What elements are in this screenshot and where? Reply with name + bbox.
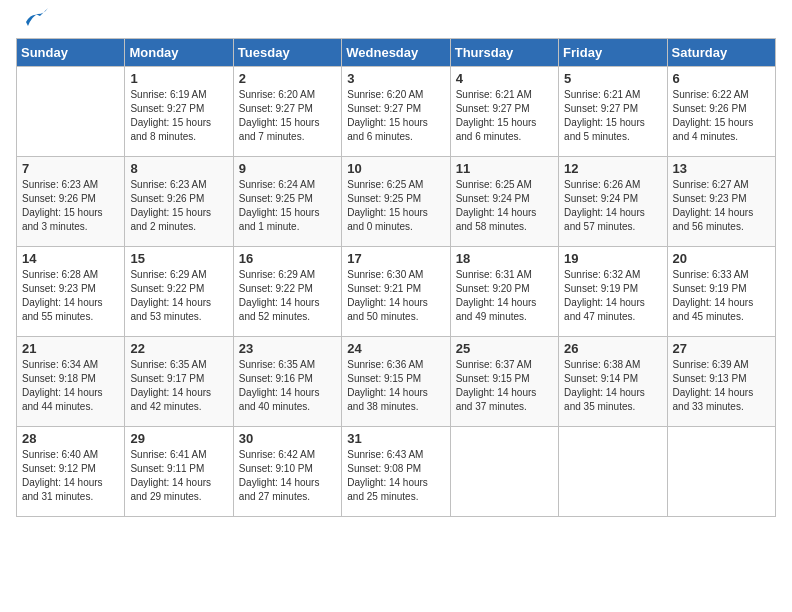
day-number: 21 xyxy=(22,341,119,356)
calendar-cell: 26 Sunrise: 6:38 AMSunset: 9:14 PMDaylig… xyxy=(559,337,667,427)
day-number: 29 xyxy=(130,431,227,446)
calendar-cell xyxy=(450,427,558,517)
calendar-cell xyxy=(559,427,667,517)
day-info: Sunrise: 6:20 AMSunset: 9:27 PMDaylight:… xyxy=(239,89,320,142)
day-number: 18 xyxy=(456,251,553,266)
day-info: Sunrise: 6:37 AMSunset: 9:15 PMDaylight:… xyxy=(456,359,537,412)
calendar-cell: 18 Sunrise: 6:31 AMSunset: 9:20 PMDaylig… xyxy=(450,247,558,337)
day-info: Sunrise: 6:20 AMSunset: 9:27 PMDaylight:… xyxy=(347,89,428,142)
day-number: 7 xyxy=(22,161,119,176)
calendar-week-row: 14 Sunrise: 6:28 AMSunset: 9:23 PMDaylig… xyxy=(17,247,776,337)
calendar-cell xyxy=(17,67,125,157)
day-info: Sunrise: 6:42 AMSunset: 9:10 PMDaylight:… xyxy=(239,449,320,502)
weekday-header-friday: Friday xyxy=(559,39,667,67)
calendar-cell: 20 Sunrise: 6:33 AMSunset: 9:19 PMDaylig… xyxy=(667,247,775,337)
calendar-cell: 6 Sunrise: 6:22 AMSunset: 9:26 PMDayligh… xyxy=(667,67,775,157)
day-number: 12 xyxy=(564,161,661,176)
weekday-header-sunday: Sunday xyxy=(17,39,125,67)
calendar-cell: 29 Sunrise: 6:41 AMSunset: 9:11 PMDaylig… xyxy=(125,427,233,517)
calendar-cell: 13 Sunrise: 6:27 AMSunset: 9:23 PMDaylig… xyxy=(667,157,775,247)
calendar-cell: 24 Sunrise: 6:36 AMSunset: 9:15 PMDaylig… xyxy=(342,337,450,427)
day-info: Sunrise: 6:40 AMSunset: 9:12 PMDaylight:… xyxy=(22,449,103,502)
logo-bird-icon xyxy=(18,8,48,30)
calendar-cell: 30 Sunrise: 6:42 AMSunset: 9:10 PMDaylig… xyxy=(233,427,341,517)
day-info: Sunrise: 6:30 AMSunset: 9:21 PMDaylight:… xyxy=(347,269,428,322)
day-info: Sunrise: 6:35 AMSunset: 9:17 PMDaylight:… xyxy=(130,359,211,412)
calendar-week-row: 1 Sunrise: 6:19 AMSunset: 9:27 PMDayligh… xyxy=(17,67,776,157)
day-number: 20 xyxy=(673,251,770,266)
day-info: Sunrise: 6:21 AMSunset: 9:27 PMDaylight:… xyxy=(564,89,645,142)
page-header xyxy=(16,16,776,30)
day-number: 5 xyxy=(564,71,661,86)
calendar-cell: 19 Sunrise: 6:32 AMSunset: 9:19 PMDaylig… xyxy=(559,247,667,337)
day-info: Sunrise: 6:21 AMSunset: 9:27 PMDaylight:… xyxy=(456,89,537,142)
calendar-cell: 22 Sunrise: 6:35 AMSunset: 9:17 PMDaylig… xyxy=(125,337,233,427)
day-info: Sunrise: 6:33 AMSunset: 9:19 PMDaylight:… xyxy=(673,269,754,322)
day-info: Sunrise: 6:41 AMSunset: 9:11 PMDaylight:… xyxy=(130,449,211,502)
day-number: 3 xyxy=(347,71,444,86)
day-number: 9 xyxy=(239,161,336,176)
day-info: Sunrise: 6:23 AMSunset: 9:26 PMDaylight:… xyxy=(130,179,211,232)
weekday-header-wednesday: Wednesday xyxy=(342,39,450,67)
calendar-cell: 12 Sunrise: 6:26 AMSunset: 9:24 PMDaylig… xyxy=(559,157,667,247)
day-info: Sunrise: 6:26 AMSunset: 9:24 PMDaylight:… xyxy=(564,179,645,232)
day-info: Sunrise: 6:25 AMSunset: 9:24 PMDaylight:… xyxy=(456,179,537,232)
calendar-cell: 31 Sunrise: 6:43 AMSunset: 9:08 PMDaylig… xyxy=(342,427,450,517)
calendar-cell: 23 Sunrise: 6:35 AMSunset: 9:16 PMDaylig… xyxy=(233,337,341,427)
calendar-cell: 28 Sunrise: 6:40 AMSunset: 9:12 PMDaylig… xyxy=(17,427,125,517)
day-info: Sunrise: 6:29 AMSunset: 9:22 PMDaylight:… xyxy=(130,269,211,322)
calendar-cell: 2 Sunrise: 6:20 AMSunset: 9:27 PMDayligh… xyxy=(233,67,341,157)
calendar-week-row: 21 Sunrise: 6:34 AMSunset: 9:18 PMDaylig… xyxy=(17,337,776,427)
calendar-cell: 21 Sunrise: 6:34 AMSunset: 9:18 PMDaylig… xyxy=(17,337,125,427)
day-number: 15 xyxy=(130,251,227,266)
weekday-header-thursday: Thursday xyxy=(450,39,558,67)
day-info: Sunrise: 6:29 AMSunset: 9:22 PMDaylight:… xyxy=(239,269,320,322)
calendar-cell: 27 Sunrise: 6:39 AMSunset: 9:13 PMDaylig… xyxy=(667,337,775,427)
calendar-cell: 10 Sunrise: 6:25 AMSunset: 9:25 PMDaylig… xyxy=(342,157,450,247)
day-info: Sunrise: 6:34 AMSunset: 9:18 PMDaylight:… xyxy=(22,359,103,412)
day-number: 10 xyxy=(347,161,444,176)
day-number: 14 xyxy=(22,251,119,266)
day-info: Sunrise: 6:27 AMSunset: 9:23 PMDaylight:… xyxy=(673,179,754,232)
calendar-week-row: 7 Sunrise: 6:23 AMSunset: 9:26 PMDayligh… xyxy=(17,157,776,247)
calendar-cell: 16 Sunrise: 6:29 AMSunset: 9:22 PMDaylig… xyxy=(233,247,341,337)
day-number: 17 xyxy=(347,251,444,266)
calendar-cell: 8 Sunrise: 6:23 AMSunset: 9:26 PMDayligh… xyxy=(125,157,233,247)
calendar-cell: 11 Sunrise: 6:25 AMSunset: 9:24 PMDaylig… xyxy=(450,157,558,247)
day-number: 31 xyxy=(347,431,444,446)
weekday-header-tuesday: Tuesday xyxy=(233,39,341,67)
day-number: 2 xyxy=(239,71,336,86)
day-number: 24 xyxy=(347,341,444,356)
day-number: 26 xyxy=(564,341,661,356)
day-number: 19 xyxy=(564,251,661,266)
day-info: Sunrise: 6:25 AMSunset: 9:25 PMDaylight:… xyxy=(347,179,428,232)
calendar-cell: 25 Sunrise: 6:37 AMSunset: 9:15 PMDaylig… xyxy=(450,337,558,427)
calendar-cell: 15 Sunrise: 6:29 AMSunset: 9:22 PMDaylig… xyxy=(125,247,233,337)
day-info: Sunrise: 6:43 AMSunset: 9:08 PMDaylight:… xyxy=(347,449,428,502)
weekday-header-saturday: Saturday xyxy=(667,39,775,67)
day-number: 16 xyxy=(239,251,336,266)
day-number: 23 xyxy=(239,341,336,356)
day-info: Sunrise: 6:32 AMSunset: 9:19 PMDaylight:… xyxy=(564,269,645,322)
day-info: Sunrise: 6:38 AMSunset: 9:14 PMDaylight:… xyxy=(564,359,645,412)
calendar-cell: 4 Sunrise: 6:21 AMSunset: 9:27 PMDayligh… xyxy=(450,67,558,157)
day-number: 4 xyxy=(456,71,553,86)
calendar-cell: 9 Sunrise: 6:24 AMSunset: 9:25 PMDayligh… xyxy=(233,157,341,247)
day-info: Sunrise: 6:23 AMSunset: 9:26 PMDaylight:… xyxy=(22,179,103,232)
day-info: Sunrise: 6:22 AMSunset: 9:26 PMDaylight:… xyxy=(673,89,754,142)
day-number: 11 xyxy=(456,161,553,176)
calendar-cell: 14 Sunrise: 6:28 AMSunset: 9:23 PMDaylig… xyxy=(17,247,125,337)
day-info: Sunrise: 6:35 AMSunset: 9:16 PMDaylight:… xyxy=(239,359,320,412)
calendar-cell: 1 Sunrise: 6:19 AMSunset: 9:27 PMDayligh… xyxy=(125,67,233,157)
day-info: Sunrise: 6:24 AMSunset: 9:25 PMDaylight:… xyxy=(239,179,320,232)
day-number: 22 xyxy=(130,341,227,356)
calendar-cell: 5 Sunrise: 6:21 AMSunset: 9:27 PMDayligh… xyxy=(559,67,667,157)
day-number: 30 xyxy=(239,431,336,446)
calendar-table: SundayMondayTuesdayWednesdayThursdayFrid… xyxy=(16,38,776,517)
day-number: 6 xyxy=(673,71,770,86)
calendar-cell: 3 Sunrise: 6:20 AMSunset: 9:27 PMDayligh… xyxy=(342,67,450,157)
day-info: Sunrise: 6:31 AMSunset: 9:20 PMDaylight:… xyxy=(456,269,537,322)
calendar-cell: 7 Sunrise: 6:23 AMSunset: 9:26 PMDayligh… xyxy=(17,157,125,247)
weekday-header-row: SundayMondayTuesdayWednesdayThursdayFrid… xyxy=(17,39,776,67)
day-info: Sunrise: 6:28 AMSunset: 9:23 PMDaylight:… xyxy=(22,269,103,322)
